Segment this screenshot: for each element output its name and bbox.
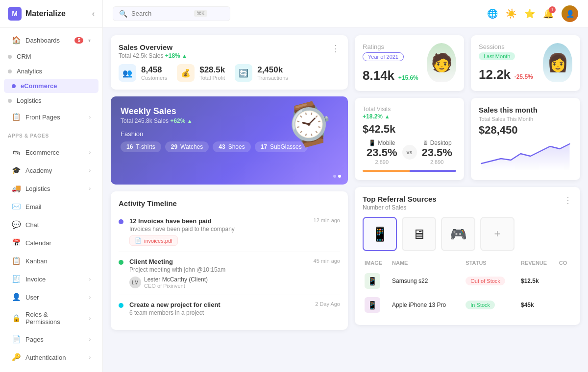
sales-growth-badge: +18% [165, 52, 180, 59]
ratings-info: Ratings Year of 2021 8.14k +15.6% [363, 43, 418, 83]
sidebar-item-pages[interactable]: 📄 Pages › [4, 330, 98, 348]
weekly-tag-tshirts: 16 T-shirts [121, 141, 161, 152]
referral-header: Top Referral Sources Number of Sales ⋮ [363, 195, 572, 211]
ratings-value: 8.14k [363, 68, 394, 83]
academy-icon: 🎓 [12, 166, 21, 175]
front-pages-label: Front Pages [25, 114, 84, 121]
sidebar-item-email[interactable]: ✉️ Email [4, 198, 98, 215]
sidebar-item-chat[interactable]: 💬 Chat [4, 216, 98, 233]
notification-icon[interactable]: 🔔 1 [543, 8, 554, 19]
sales-overview-more-icon[interactable]: ⋮ [331, 43, 340, 54]
chevron-right-icon: › [89, 316, 91, 321]
sidebar-item-logistics[interactable]: 🚚 Logistics › [4, 180, 98, 197]
sidebar-item-dashboards[interactable]: 🏠 Dashboards 5 ▾ [4, 31, 98, 49]
chevron-right-icon: › [89, 355, 91, 360]
timeline-content-meeting: Client Meeting Project meeting with john… [129, 258, 308, 289]
weekly-growth-badge: +62% [170, 117, 185, 124]
sidebar-item-logistics-sub[interactable]: Logistics [0, 93, 102, 108]
author-name: Lester McCarthy (Client) [144, 276, 208, 283]
sessions-info: Sessions Last Month 12.2k -25.5% [479, 43, 533, 82]
auth-icon: 🔑 [12, 353, 21, 362]
sessions-title: Sessions [479, 43, 533, 50]
lock-icon: 🔒 [12, 314, 21, 323]
watches-label: Watches [180, 143, 203, 150]
transactions-value: 2,450k [257, 65, 288, 75]
chevron-right-icon: › [89, 295, 91, 300]
sidebar-item-invoice[interactable]: 🧾 Invoice › [4, 270, 98, 288]
product-name-cell: Samsung s22 [390, 269, 464, 293]
transactions-label: Transactions [257, 75, 288, 81]
desktop-icon: 🖥 [422, 140, 428, 146]
sidebar-item-ecommerce-app[interactable]: 🛍 Ecommerce › [4, 144, 98, 161]
ecommerce-label: eCommerce [21, 82, 57, 90]
sidebar-item-crm[interactable]: CRM [0, 49, 102, 64]
ratings-period: Year of 2021 [363, 52, 404, 61]
translate-icon[interactable]: 🌐 [487, 8, 498, 19]
sessions-avatar: 👩 [543, 43, 572, 82]
sales-stats: 👥 8,458 Customers 💰 $28.5k Total Profit [119, 64, 340, 82]
sidebar-item-academy[interactable]: 🎓 Academy › [4, 162, 98, 179]
dot-2 [338, 175, 341, 178]
sidebar-header: M Materialize ‹ [0, 0, 102, 28]
sidebar-item-ecommerce[interactable]: eCommerce [4, 79, 98, 93]
sales-month-amount: $28,450 [479, 124, 572, 137]
search-icon: 🔍 [119, 10, 127, 18]
user-label: User [25, 294, 84, 301]
product-img-samsung: 📱 [365, 273, 380, 289]
profit-label: Total Profit [199, 75, 225, 81]
visits-growth: +18.2% [363, 113, 383, 120]
referral-table: IMAGE NAME STATUS REVENUE CO 📱 Sams [363, 257, 572, 317]
logo-icon: M [8, 7, 22, 21]
tshirts-num: 16 [126, 143, 133, 150]
sidebar-item-roles[interactable]: 🔒 Roles & Permissions › [4, 306, 98, 330]
sales-this-month-card: Sales this month Total Sales This Month … [471, 98, 580, 180]
search-bar[interactable]: 🔍 ⌘K [113, 6, 230, 21]
customers-info: 8,458 Customers [141, 65, 167, 81]
user-avatar[interactable]: 👤 [562, 5, 578, 22]
customers-value: 8,458 [141, 65, 167, 75]
product-thumbs: 📱 🖥 🎮 + [363, 217, 572, 251]
chat-label: Chat [25, 221, 91, 229]
star-icon[interactable]: ⭐ [524, 8, 535, 19]
product-thumb-add[interactable]: + [480, 217, 514, 251]
dashboards-section: 🏠 Dashboards 5 ▾ CRM Analytics eCommerce… [0, 28, 102, 129]
product-thumb-imac[interactable]: 🖥 [402, 217, 436, 251]
desktop-count: 2,890 [422, 159, 452, 165]
author-info: Lester McCarthy (Client) CEO of Pixinven… [144, 276, 208, 289]
desktop-pct: 23.5% [422, 146, 452, 159]
shoes-label: Shoes [228, 143, 245, 150]
dot-icon [8, 99, 12, 103]
sidebar-item-kanban[interactable]: 📋 Kanban [4, 252, 98, 270]
sidebar-item-user[interactable]: 👤 User › [4, 288, 98, 306]
status-badge-out: Out of Stock [466, 277, 505, 285]
product-thumb-controller[interactable]: 🎮 [441, 217, 475, 251]
sidebar-item-calendar[interactable]: 📅 Calendar [4, 234, 98, 252]
chat-icon: 💬 [12, 220, 21, 229]
transactions-stat: 🔄 2,450k Transactions [235, 64, 288, 82]
search-input[interactable] [131, 10, 190, 17]
shop-icon: 🛍 [12, 148, 21, 157]
sessions-inner: Sessions Last Month 12.2k -25.5% 👩 [479, 43, 572, 82]
project-timeline-title: Create a new project for client [129, 301, 309, 308]
mobile-pct: 23.5% [367, 146, 397, 159]
logistics-sub-label: Logistics [17, 97, 42, 104]
referral-more-icon[interactable]: ⋮ [564, 195, 572, 206]
settings-icon[interactable]: ☀️ [506, 8, 516, 19]
timeline-dot-green [119, 260, 123, 265]
product-name-cell-2: Apple iPhone 13 Pro [390, 293, 464, 317]
mobile-icon: 📱 [368, 140, 376, 146]
sidebar-item-front-pages[interactable]: 📋 Front Pages › [4, 108, 98, 126]
invoice-attachment[interactable]: 📄 invoices.pdf [129, 235, 178, 246]
sidebar-item-authentication[interactable]: 🔑 Authentication › [4, 349, 98, 366]
calendar-label: Calendar [25, 239, 91, 247]
sidebar-item-analytics[interactable]: Analytics [0, 64, 102, 78]
product-thumb-samsung[interactable]: 📱 [363, 217, 397, 251]
sidebar-collapse-button[interactable]: ‹ [92, 9, 95, 18]
sparkline-chart [479, 137, 572, 171]
main-panel: 🔍 ⌘K 🌐 ☀️ ⭐ 🔔 1 👤 Sales Overview [103, 0, 588, 372]
col-name: NAME [390, 257, 464, 269]
notification-badge: 1 [549, 6, 556, 13]
product-revenue-cell-2: $45k [519, 293, 557, 317]
middle-row: Total Visits +18.2% ▲ $42.5k 📱 Mobile [355, 98, 580, 180]
ratings-title: Ratings [363, 43, 418, 50]
